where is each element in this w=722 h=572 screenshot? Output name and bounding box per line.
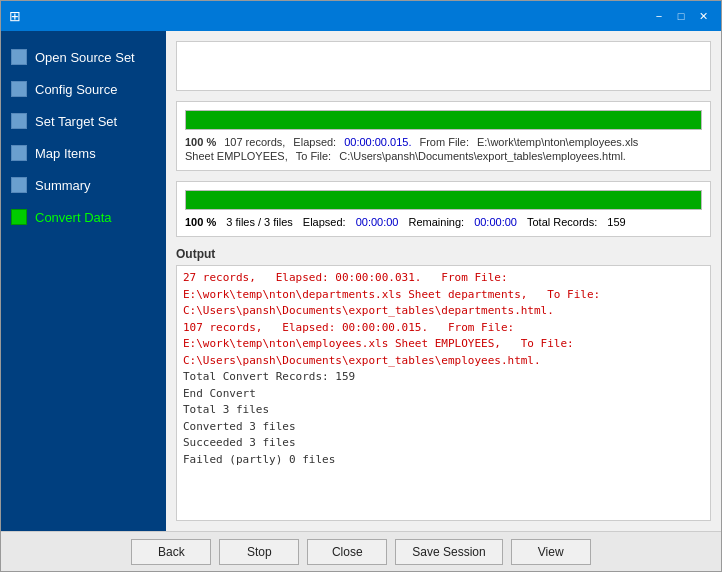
app-icon: ⊞ [9,8,21,24]
progress-bar-2 [186,191,701,209]
top-empty-panel [176,41,711,91]
sidebar-icon-set-target-set [11,113,27,129]
minimize-button[interactable]: − [649,6,669,26]
output-line: Total 3 files [183,402,704,419]
main-panel: 100 % 107 records, Elapsed: 00:00:00.015… [166,31,721,531]
output-label: Output [176,247,711,261]
title-bar: ⊞ − □ ✕ [1,1,721,31]
progress-to-file-1: C:\Users\pansh\Documents\export_tables\e… [339,150,626,162]
progress-total-2: 159 [607,216,625,228]
progress-files-2: 3 files / 3 files [226,216,293,228]
progress-elapsed-2: 00:00:00 [356,216,399,228]
view-button[interactable]: View [511,539,591,565]
sidebar-icon-open-source-set [11,49,27,65]
progress-remaining-label-2: Remaining: [408,216,464,228]
sidebar-item-summary[interactable]: Summary [1,169,166,201]
output-line: 107 records, Elapsed: 00:00:00.015. From… [183,320,704,370]
sidebar-label-summary: Summary [35,178,91,193]
output-box[interactable]: 27 records, Elapsed: 00:00:00.031. From … [176,265,711,521]
progress-bar-container-2 [185,190,702,210]
progress-remaining-2: 00:00:00 [474,216,517,228]
output-line: 27 records, Elapsed: 00:00:00.031. From … [183,270,704,320]
output-line: Failed (partly) 0 files [183,452,704,469]
restore-button[interactable]: □ [671,6,691,26]
main-window: ⊞ − □ ✕ Open Source Set Config Source Se… [0,0,722,572]
sidebar-item-open-source-set[interactable]: Open Source Set [1,41,166,73]
sidebar-icon-convert-data [11,209,27,225]
sidebar-icon-config-source [11,81,27,97]
title-bar-controls: − □ ✕ [649,6,713,26]
progress-info-1b: Sheet EMPLOYEES, To File: C:\Users\pansh… [185,150,702,162]
output-line: Total Convert Records: 159 [183,369,704,386]
progress-from-file-1: E:\work\temp\nton\employees.xls [477,136,638,148]
sidebar: Open Source Set Config Source Set Target… [1,31,166,531]
sidebar-label-set-target-set: Set Target Set [35,114,117,129]
output-line: Succeeded 3 files [183,435,704,452]
progress-bar-1 [186,111,701,129]
progress-info-1: 100 % 107 records, Elapsed: 00:00:00.015… [185,136,702,148]
progress-elapsed-1: 00:00:00.015. [344,136,411,148]
sidebar-item-convert-data[interactable]: Convert Data [1,201,166,233]
sidebar-label-map-items: Map Items [35,146,96,161]
close-button[interactable]: Close [307,539,387,565]
back-button[interactable]: Back [131,539,211,565]
progress-records-1: 107 records, [224,136,285,148]
stop-button[interactable]: Stop [219,539,299,565]
sidebar-label-open-source-set: Open Source Set [35,50,135,65]
output-line: Converted 3 files [183,419,704,436]
progress-info-2: 100 % 3 files / 3 files Elapsed: 00:00:0… [185,216,702,228]
button-bar: Back Stop Close Save Session View [1,531,721,571]
close-window-button[interactable]: ✕ [693,6,713,26]
progress-section-1: 100 % 107 records, Elapsed: 00:00:00.015… [176,101,711,171]
progress-to-label-1: To File: [296,150,331,162]
progress-percent-2: 100 % [185,216,216,228]
progress-elapsed-label-2: Elapsed: [303,216,346,228]
progress-elapsed-label-1: Elapsed: [293,136,336,148]
progress-percent-1: 100 % [185,136,216,148]
sidebar-label-convert-data: Convert Data [35,210,112,225]
sidebar-item-map-items[interactable]: Map Items [1,137,166,169]
output-section: Output 27 records, Elapsed: 00:00:00.031… [176,247,711,521]
progress-total-label-2: Total Records: [527,216,597,228]
sidebar-icon-summary [11,177,27,193]
content-area: Open Source Set Config Source Set Target… [1,31,721,531]
sidebar-icon-map-items [11,145,27,161]
sidebar-item-config-source[interactable]: Config Source [1,73,166,105]
progress-bar-container-1 [185,110,702,130]
sidebar-item-set-target-set[interactable]: Set Target Set [1,105,166,137]
save-session-button[interactable]: Save Session [395,539,502,565]
progress-sheet-1: Sheet EMPLOYEES, [185,150,288,162]
progress-section-2: 100 % 3 files / 3 files Elapsed: 00:00:0… [176,181,711,237]
sidebar-label-config-source: Config Source [35,82,117,97]
title-bar-text: ⊞ [9,8,21,24]
progress-from-label-1: From File: [419,136,469,148]
output-line: End Convert [183,386,704,403]
